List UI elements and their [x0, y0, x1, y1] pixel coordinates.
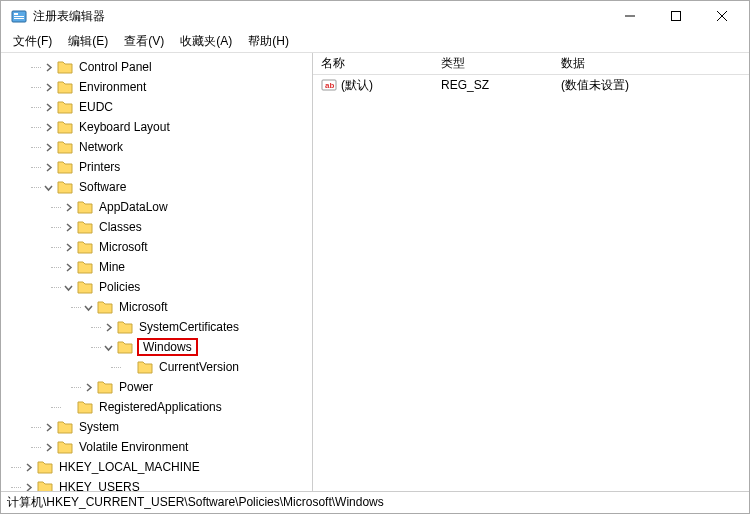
tree-node-label: Control Panel	[77, 59, 154, 75]
tree-node[interactable]: Microsoft	[1, 237, 312, 257]
tree-pane[interactable]: Control PanelEnvironmentEUDCKeyboard Lay…	[1, 53, 313, 491]
chevron-right-icon[interactable]	[41, 80, 55, 94]
svg-rect-3	[14, 18, 24, 19]
folder-icon	[57, 440, 73, 454]
values-pane: 名称 类型 数据 ab(默认)REG_SZ(数值未设置)	[313, 53, 749, 491]
chevron-down-icon[interactable]	[61, 280, 75, 294]
window-title: 注册表编辑器	[33, 8, 607, 25]
app-icon	[11, 8, 27, 24]
column-data[interactable]: 数据	[553, 53, 749, 74]
chevron-right-icon[interactable]	[61, 260, 75, 274]
title-bar: 注册表编辑器	[1, 1, 749, 31]
tree-node-label: Environment	[77, 79, 148, 95]
tree-node[interactable]: Keyboard Layout	[1, 117, 312, 137]
column-name[interactable]: 名称	[313, 53, 433, 74]
tree-node-label: Printers	[77, 159, 122, 175]
tree-node-label: Power	[117, 379, 155, 395]
value-type-cell: REG_SZ	[433, 76, 553, 94]
tree-node[interactable]: RegisteredApplications	[1, 397, 312, 417]
maximize-button[interactable]	[653, 1, 699, 31]
list-body[interactable]: ab(默认)REG_SZ(数值未设置)	[313, 75, 749, 491]
status-path: 计算机\HKEY_CURRENT_USER\Software\Policies\…	[7, 494, 384, 511]
folder-icon	[37, 460, 53, 474]
chevron-right-icon[interactable]	[41, 60, 55, 74]
tree-node[interactable]: Classes	[1, 217, 312, 237]
menu-favorites[interactable]: 收藏夹(A)	[172, 31, 240, 52]
chevron-down-icon[interactable]	[101, 340, 115, 354]
svg-rect-5	[672, 12, 681, 21]
column-type[interactable]: 类型	[433, 53, 553, 74]
tree-node[interactable]: Policies	[1, 277, 312, 297]
folder-icon	[37, 480, 53, 491]
expander-none	[61, 400, 75, 414]
tree-node-label: SystemCertificates	[137, 319, 241, 335]
tree-node[interactable]: Mine	[1, 257, 312, 277]
folder-icon	[57, 160, 73, 174]
tree-node[interactable]: HKEY_LOCAL_MACHINE	[1, 457, 312, 477]
chevron-right-icon[interactable]	[61, 220, 75, 234]
folder-icon	[97, 300, 113, 314]
close-button[interactable]	[699, 1, 745, 31]
folder-icon	[77, 260, 93, 274]
folder-icon	[117, 340, 133, 354]
chevron-right-icon[interactable]	[41, 160, 55, 174]
tree-node-label: Microsoft	[117, 299, 170, 315]
tree-node-label: HKEY_USERS	[57, 479, 142, 491]
chevron-right-icon[interactable]	[21, 480, 35, 491]
tree-node[interactable]: Environment	[1, 77, 312, 97]
menu-file[interactable]: 文件(F)	[5, 31, 60, 52]
tree-node[interactable]: HKEY_USERS	[1, 477, 312, 491]
minimize-button[interactable]	[607, 1, 653, 31]
chevron-right-icon[interactable]	[41, 120, 55, 134]
menu-bar: 文件(F) 编辑(E) 查看(V) 收藏夹(A) 帮助(H)	[1, 31, 749, 53]
chevron-right-icon[interactable]	[41, 100, 55, 114]
tree-node-label: Software	[77, 179, 128, 195]
tree-node[interactable]: Software	[1, 177, 312, 197]
folder-icon	[77, 220, 93, 234]
folder-icon	[117, 320, 133, 334]
tree-node[interactable]: EUDC	[1, 97, 312, 117]
tree-node[interactable]: CurrentVersion	[1, 357, 312, 377]
chevron-right-icon[interactable]	[41, 440, 55, 454]
chevron-right-icon[interactable]	[81, 380, 95, 394]
chevron-right-icon[interactable]	[41, 140, 55, 154]
tree-node-label: Volatile Environment	[77, 439, 190, 455]
chevron-right-icon[interactable]	[61, 240, 75, 254]
menu-help[interactable]: 帮助(H)	[240, 31, 297, 52]
menu-view[interactable]: 查看(V)	[116, 31, 172, 52]
chevron-down-icon[interactable]	[81, 300, 95, 314]
tree-node[interactable]: Network	[1, 137, 312, 157]
chevron-right-icon[interactable]	[41, 420, 55, 434]
tree-node[interactable]: Microsoft	[1, 297, 312, 317]
tree-node-label: EUDC	[77, 99, 115, 115]
menu-edit[interactable]: 编辑(E)	[60, 31, 116, 52]
folder-icon	[77, 200, 93, 214]
svg-rect-1	[14, 13, 18, 15]
tree-node[interactable]: AppDataLow	[1, 197, 312, 217]
tree-node[interactable]: Control Panel	[1, 57, 312, 77]
tree-node[interactable]: System	[1, 417, 312, 437]
tree-node[interactable]: Printers	[1, 157, 312, 177]
expander-none	[121, 360, 135, 374]
chevron-right-icon[interactable]	[61, 200, 75, 214]
tree-node-label: AppDataLow	[97, 199, 170, 215]
chevron-right-icon[interactable]	[101, 320, 115, 334]
folder-icon	[97, 380, 113, 394]
tree-node-label: CurrentVersion	[157, 359, 241, 375]
tree-node[interactable]: Windows	[1, 337, 312, 357]
value-data-cell: (数值未设置)	[553, 75, 749, 96]
value-name-cell: ab(默认)	[313, 75, 433, 96]
tree-node-label: Policies	[97, 279, 142, 295]
tree-node[interactable]: SystemCertificates	[1, 317, 312, 337]
tree-node[interactable]: Volatile Environment	[1, 437, 312, 457]
status-bar: 计算机\HKEY_CURRENT_USER\Software\Policies\…	[1, 491, 749, 513]
chevron-down-icon[interactable]	[41, 180, 55, 194]
content-area: Control PanelEnvironmentEUDCKeyboard Lay…	[1, 53, 749, 491]
tree-node[interactable]: Power	[1, 377, 312, 397]
list-row[interactable]: ab(默认)REG_SZ(数值未设置)	[313, 75, 749, 95]
folder-icon	[57, 80, 73, 94]
registry-tree: Control PanelEnvironmentEUDCKeyboard Lay…	[1, 53, 312, 491]
value-name: (默认)	[341, 78, 373, 92]
chevron-right-icon[interactable]	[21, 460, 35, 474]
tree-node-label: HKEY_LOCAL_MACHINE	[57, 459, 202, 475]
